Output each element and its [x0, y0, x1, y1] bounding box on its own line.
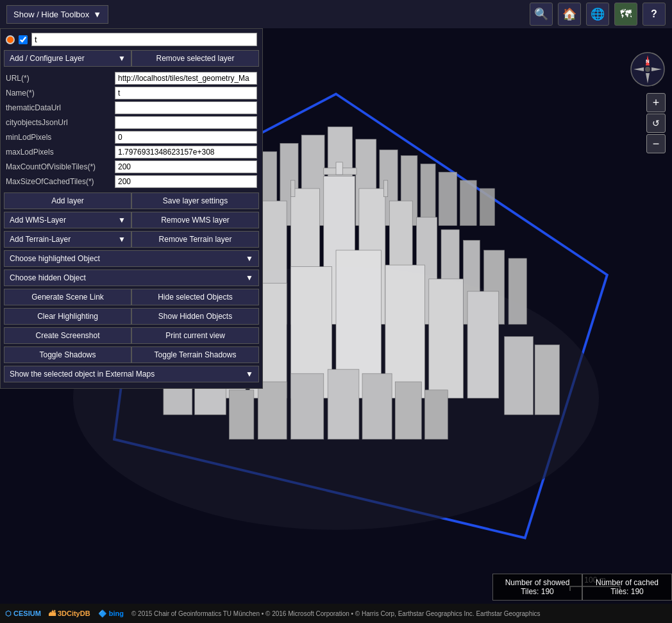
svg-rect-13: [421, 164, 435, 225]
svg-rect-42: [258, 382, 287, 440]
showed-title: Number of showed: [500, 578, 575, 587]
showed-stats-box: Number of showed Tiles: 190: [492, 574, 582, 601]
thematic-input[interactable]: [115, 101, 257, 114]
svg-rect-51: [383, 180, 387, 197]
generate-scene-button[interactable]: Generate Scene Link: [4, 289, 131, 305]
add-wms-button[interactable]: Add WMS-Layer ▼: [4, 212, 131, 228]
remove-wms-button[interactable]: Remove WMS layer: [131, 212, 259, 228]
svg-rect-43: [291, 373, 324, 440]
north-label: N: [646, 58, 650, 64]
toggle-terrain-shadows-button[interactable]: Toggle Terrain Shadows: [131, 346, 259, 363]
zoom-out-button[interactable]: −: [646, 134, 666, 153]
cityobjects-label: cityobjectsJsonUrl: [6, 118, 115, 127]
url-input[interactable]: [115, 72, 257, 85]
add-configure-label: Add / Configure Layer: [10, 54, 85, 63]
show-external-label: Show the selected object in External Map…: [10, 370, 155, 379]
minlod-input[interactable]: [115, 131, 257, 144]
create-screenshot-button[interactable]: Create Screenshot: [4, 327, 131, 344]
svg-rect-15: [460, 180, 476, 225]
maxsize-input[interactable]: [115, 175, 257, 188]
terrain-row: Add Terrain-Layer ▼ Remove Terrain layer: [1, 231, 262, 250]
clear-show-row: Clear Highlighting Show Hidden Objects: [1, 308, 262, 327]
wms-chevron-icon: ▼: [118, 216, 126, 225]
wms-row: Add WMS-Layer ▼ Remove WMS layer: [1, 212, 262, 231]
add-configure-layer-button[interactable]: Add / Configure Layer ▼: [4, 50, 131, 67]
maxcount-label: MaxCountOfVisibleTiles(*): [6, 162, 115, 171]
add-terrain-button[interactable]: Add Terrain-Layer ▼: [4, 231, 131, 248]
url-label: URL(*): [6, 74, 115, 83]
svg-rect-29: [508, 259, 526, 325]
top-right-icons: 🔍 🏠 🌐 🗺 ?: [530, 3, 666, 26]
dropdown-chevron-icon: ▼: [118, 54, 126, 63]
home-icon[interactable]: 🏠: [558, 3, 581, 26]
svg-rect-16: [480, 189, 494, 226]
layer-name-input[interactable]: [31, 33, 257, 46]
maxlod-label: maxLodPixels: [6, 148, 115, 157]
maxlod-input[interactable]: [115, 146, 257, 158]
terrain-chevron-icon: ▼: [118, 235, 126, 244]
show-hidden-button[interactable]: Show Hidden Objects: [131, 308, 259, 325]
thematic-label: thematicDataUrl: [6, 103, 115, 112]
svg-rect-36: [467, 291, 499, 398]
layer-indicator: [6, 35, 15, 44]
minlod-label: minLodPixels: [6, 133, 115, 142]
svg-rect-49: [336, 162, 342, 175]
maxcount-input[interactable]: [115, 160, 257, 173]
zoom-controls: + ↺ −: [646, 93, 666, 153]
zoom-in-button[interactable]: +: [646, 93, 666, 112]
globe-icon[interactable]: 🌐: [586, 3, 609, 26]
cached-title: Number of cached: [589, 578, 665, 587]
maxsize-label: MaxSizeOfCachedTiles(*): [6, 177, 115, 186]
add-layer-button[interactable]: Add layer: [4, 192, 131, 209]
footer-copyright: © 2015 Chair of Geoinformatics TU Münche…: [131, 610, 541, 617]
svg-rect-35: [429, 279, 464, 398]
clear-highlighting-button[interactable]: Clear Highlighting: [4, 308, 131, 325]
dropdown-arrow-icon: ▼: [93, 10, 101, 19]
remove-terrain-button[interactable]: Remove Terrain layer: [131, 231, 259, 248]
stats-area: Number of showed Tiles: 190 Number of ca…: [492, 574, 672, 601]
hidden-row: Choose hidden Object ▼: [1, 269, 262, 289]
add-remove-row: Add / Configure Layer ▼ Remove selected …: [1, 50, 262, 69]
add-save-row: Add layer Save layer settings: [1, 192, 262, 212]
compass[interactable]: N: [630, 51, 666, 87]
external-maps-row: Show the selected object in External Map…: [1, 366, 262, 385]
show-hide-label: Show / Hide Toolbox: [13, 10, 89, 19]
save-settings-button[interactable]: Save layer settings: [131, 192, 259, 209]
top-bar: Show / Hide Toolbox ▼ 🔍 🏠 🌐 🗺 ?: [0, 0, 672, 28]
print-view-button[interactable]: Print current view: [131, 327, 259, 344]
zoom-reset-button[interactable]: ↺: [646, 114, 666, 133]
toolbox-panel: Add / Configure Layer ▼ Remove selected …: [0, 28, 263, 389]
search-icon[interactable]: 🔍: [530, 3, 553, 26]
highlighted-row: Choose highlighted Object ▼: [1, 250, 262, 269]
layer-checkbox[interactable]: [19, 35, 28, 44]
choose-highlighted-label: Choose highlighted Object: [10, 254, 100, 263]
name-label: Name(*): [6, 89, 115, 98]
svg-rect-40: [535, 345, 559, 414]
choose-highlighted-button[interactable]: Choose highlighted Object ▼: [4, 250, 259, 267]
svg-rect-45: [362, 373, 392, 440]
choose-hidden-button[interactable]: Choose hidden Object ▼: [4, 269, 259, 286]
url-row: URL(*): [6, 72, 257, 85]
svg-rect-14: [439, 172, 457, 225]
choose-hidden-label: Choose hidden Object: [10, 273, 86, 282]
bing-logo: 🔷 bing: [98, 610, 124, 618]
showed-tiles: Tiles: 190: [500, 587, 575, 596]
show-hide-toolbox-button[interactable]: Show / Hide Toolbox ▼: [6, 5, 108, 24]
hide-objects-button[interactable]: Hide selected Objects: [131, 289, 259, 305]
form-section: URL(*) Name(*) thematicDataUrl cityobjec…: [1, 69, 262, 192]
layer-name-row: [1, 29, 262, 50]
help-icon[interactable]: ?: [643, 3, 666, 26]
show-external-maps-button[interactable]: Show the selected object in External Map…: [4, 366, 259, 382]
name-row: Name(*): [6, 87, 257, 99]
cityobjects-row: cityobjectsJsonUrl: [6, 116, 257, 129]
maps-icon[interactable]: 🗺: [614, 3, 637, 26]
remove-selected-layer-button[interactable]: Remove selected layer: [131, 50, 259, 67]
cityobjects-input[interactable]: [115, 116, 257, 129]
name-input[interactable]: [115, 87, 257, 99]
hidden-chevron-icon: ▼: [246, 273, 253, 282]
svg-rect-41: [229, 390, 253, 440]
cached-tiles: Tiles: 190: [589, 587, 665, 596]
toggle-shadows-button[interactable]: Toggle Shadows: [4, 346, 131, 363]
cesium-logo: ⬡ CESIUM: [5, 610, 41, 618]
svg-rect-39: [505, 337, 533, 415]
